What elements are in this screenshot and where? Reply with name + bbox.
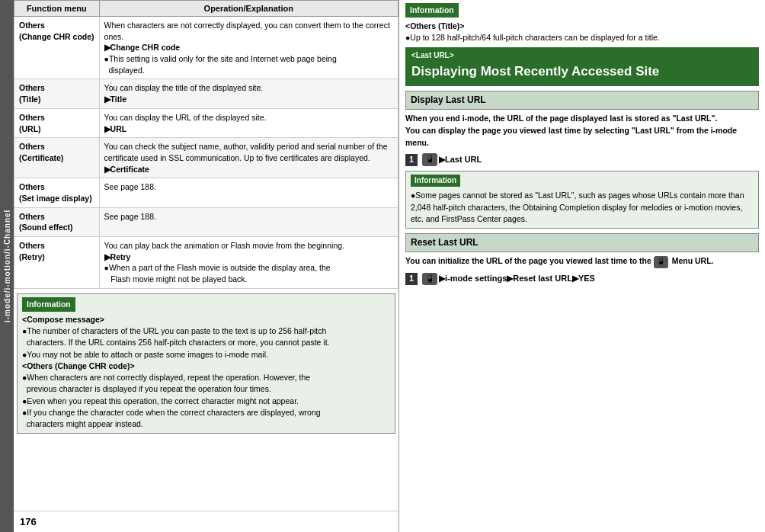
operation-cell: You can display the URL of the displayed… [99, 108, 398, 137]
top-info-bullet: ●Up to 128 half-pitch/64 full-pitch char… [405, 33, 660, 42]
others-title-heading: <Others (Title)> [405, 21, 464, 30]
step-arrow: ▶Last URL [439, 154, 482, 166]
reset-last-url-header: Reset Last URL [405, 233, 759, 252]
body-text-1: When you end i-mode, the URL of the page… [405, 114, 717, 123]
col-header-function: Function menu [14, 1, 100, 17]
phone-icon-2: 📱 [422, 273, 437, 286]
step-1-reset: 1 📱 ▶i-mode settings▶Reset last URL▶YES [405, 273, 759, 286]
operation-cell: You can display the title of the display… [99, 79, 398, 108]
last-url-section: <Last URL> Displaying Most Recently Acce… [405, 47, 759, 86]
step-number-1: 1 [405, 154, 418, 166]
table-row: Others(URL) You can display the URL of t… [14, 108, 399, 137]
left-panel: Function menu Operation/Explanation Othe… [14, 0, 399, 532]
right-panel: Information <Others (Title)> ●Up to 128 … [399, 0, 765, 532]
sidebar-label: i-mode/i-motion/i-Channel [0, 0, 14, 532]
body-text-2: You can display the page you viewed last… [405, 126, 737, 147]
table-row: Others(Certificate) You can check the su… [14, 138, 399, 178]
top-info-section: Information <Others (Title)> ●Up to 128 … [405, 3, 759, 44]
info-box-title: Information [22, 297, 75, 312]
right-info-box: Information ●Some pages cannot be stored… [405, 171, 759, 229]
right-info-box-title: Information [411, 175, 460, 187]
table-row: Others(Change CHR code) When characters … [14, 17, 399, 79]
operation-cell: You can play back the animation or Flash… [99, 237, 398, 289]
right-info-bullet: ●Some pages cannot be stored as "Last UR… [411, 191, 744, 223]
step-number-2: 1 [405, 273, 418, 285]
phone-icon-1: 📱 [422, 153, 437, 166]
right-info-bullet-text: Some pages cannot be stored as "Last URL… [411, 191, 744, 223]
page-number: 176 [14, 511, 399, 532]
sidebar-label-text: i-mode/i-motion/i-Channel [3, 210, 11, 322]
step-1-display: 1 📱 ▶Last URL [405, 153, 759, 166]
func-cell: Others(Sound effect) [14, 207, 100, 236]
last-url-tag: <Last URL> [411, 50, 753, 62]
col-header-operation: Operation/Explanation [99, 1, 398, 17]
operation-cell: When characters are not correctly displa… [99, 17, 398, 79]
main-content: Function menu Operation/Explanation Othe… [14, 0, 765, 532]
func-cell: Others(Set image display) [14, 178, 100, 207]
table-row: Others(Retry) You can play back the anim… [14, 237, 399, 289]
func-cell: Others(URL) [14, 108, 100, 137]
display-body-text: When you end i-mode, the URL of the page… [405, 113, 759, 149]
last-url-title: Displaying Most Recently Accessed Site [411, 62, 753, 82]
change-chr-heading: <Others (Change CHR code)> [22, 361, 135, 370]
operation-cell: See page 188. [99, 178, 398, 207]
top-info-bar-title: Information [405, 3, 459, 18]
reset-body-text: You can initialize the URL of the page y… [405, 255, 759, 268]
func-cell: Others(Certificate) [14, 138, 100, 178]
left-info-box: Information <Compose message> ●The numbe… [17, 293, 395, 434]
operation-cell: See page 188. [99, 207, 398, 236]
func-cell: Others(Title) [14, 79, 100, 108]
table-row: Others(Sound effect) See page 188. [14, 207, 399, 236]
menu-icon: 📱 [654, 256, 668, 268]
operation-cell: You can check the subject name, author, … [99, 138, 398, 178]
func-cell: Others(Retry) [14, 237, 100, 289]
function-table: Function menu Operation/Explanation Othe… [14, 0, 399, 289]
display-last-url-header: Display Last URL [405, 91, 759, 110]
table-row: Others(Set image display) See page 188. [14, 178, 399, 207]
func-cell: Others(Change CHR code) [14, 17, 100, 79]
reset-step-text: ▶i-mode settings▶Reset last URL▶YES [439, 273, 595, 285]
compose-heading: <Compose message> [22, 315, 104, 324]
table-row: Others(Title) You can display the title … [14, 79, 399, 108]
